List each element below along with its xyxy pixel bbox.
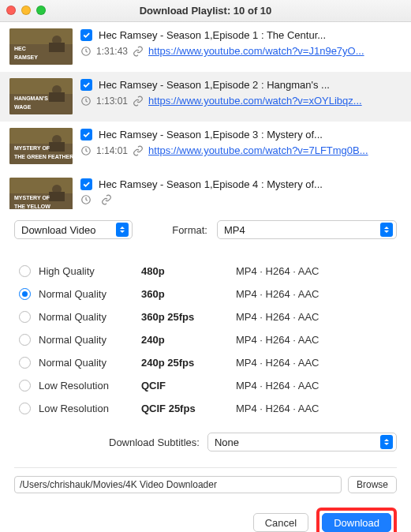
controls-panel: Download Video Format: MP4 High Quality …	[0, 209, 411, 532]
browse-button[interactable]: Browse	[348, 476, 397, 493]
quality-codec: MP4 · H264 · AAC	[236, 334, 319, 346]
quality-resolution: 480p	[141, 265, 236, 277]
svg-rect-17	[49, 142, 65, 152]
quality-resolution: 360p 25fps	[141, 311, 236, 323]
quality-name: Low Resolution	[39, 403, 141, 414]
subtitles-row: Download Subtitles: None	[14, 433, 397, 451]
quality-radio[interactable]	[19, 334, 31, 346]
quality-row[interactable]: Normal Quality 360p 25fps MP4 · H264 · A…	[14, 305, 397, 328]
video-thumbnail: HECRAMSEY	[9, 28, 73, 65]
svg-text:THE GREEN FEATHER: THE GREEN FEATHER	[14, 154, 73, 159]
video-title: Hec Ramsey - Season 1,Episode 4 : Myster…	[99, 178, 323, 190]
cancel-button[interactable]: Cancel	[253, 513, 308, 532]
video-thumbnail: HANGMAN'SWAGE	[9, 78, 73, 114]
svg-text:MYSTERY OF: MYSTERY OF	[14, 145, 50, 151]
video-url[interactable]: https://www.youtube.com/watch?v=J1n9e7yO…	[148, 45, 364, 57]
quality-codec: MP4 · H264 · AAC	[236, 380, 319, 392]
video-url[interactable]: https://www.youtube.com/watch?v=7LFTmg0B…	[148, 144, 368, 156]
video-meta: Hec Ramsey - Season 1,Episode 1 : The Ce…	[80, 28, 402, 66]
link-icon	[133, 46, 144, 57]
footer: Cancel Download	[14, 508, 397, 532]
titlebar: Download Playlist: 10 of 10	[0, 0, 411, 22]
quality-row[interactable]: Low Resolution QCIF MP4 · H264 · AAC	[14, 374, 397, 397]
video-thumbnail: MYSTERY OFTHE YELLOW	[9, 178, 73, 209]
quality-codec: MP4 · H264 · AAC	[236, 311, 319, 323]
path-input[interactable]	[14, 476, 342, 493]
quality-name: Normal Quality	[39, 288, 141, 300]
quality-codec: MP4 · H264 · AAC	[236, 265, 319, 277]
svg-text:THE YELLOW: THE YELLOW	[14, 204, 50, 209]
updown-icon	[116, 223, 129, 237]
quality-radio[interactable]	[19, 403, 31, 414]
video-duration: 1:31:43	[96, 46, 128, 57]
quality-resolution: QCIF 25fps	[141, 403, 236, 414]
quality-radio[interactable]	[19, 380, 31, 392]
video-title: Hec Ramsey - Season 1,Episode 3 : Myster…	[99, 129, 323, 140]
close-window-button[interactable]	[6, 6, 16, 15]
video-checkbox[interactable]	[80, 29, 92, 41]
quality-name: Normal Quality	[39, 334, 141, 346]
link-icon	[133, 145, 144, 156]
quality-codec: MP4 · H264 · AAC	[236, 288, 319, 300]
playlist-list: HECRAMSEY Hec Ramsey - Season 1,Episode …	[0, 22, 411, 209]
format-row: Download Video Format: MP4	[14, 220, 397, 239]
traffic-lights	[6, 6, 46, 15]
quality-row[interactable]: Normal Quality 360p MP4 · H264 · AAC	[14, 283, 397, 305]
quality-radio[interactable]	[19, 288, 31, 300]
path-row: Browse	[14, 476, 397, 493]
svg-text:HEC: HEC	[14, 46, 26, 51]
video-checkbox[interactable]	[80, 79, 92, 91]
quality-row[interactable]: Low Resolution QCIF 25fps MP4 · H264 · A…	[14, 397, 397, 420]
video-meta: Hec Ramsey - Season 1,Episode 4 : Myster…	[80, 178, 402, 209]
video-duration: 1:14:01	[96, 145, 128, 156]
video-checkbox[interactable]	[80, 129, 92, 140]
svg-text:MYSTERY OF: MYSTERY OF	[14, 195, 50, 200]
format-value: MP4	[224, 224, 245, 236]
window-title: Download Playlist: 10 of 10	[140, 5, 272, 17]
format-select[interactable]: MP4	[217, 220, 397, 239]
minimize-window-button[interactable]	[21, 6, 31, 15]
video-duration: 1:13:01	[96, 96, 128, 107]
link-icon	[133, 96, 144, 107]
quality-row[interactable]: Normal Quality 240p MP4 · H264 · AAC	[14, 328, 397, 351]
download-highlight: Download	[316, 508, 397, 532]
quality-name: Normal Quality	[39, 311, 141, 323]
clock-icon	[80, 96, 92, 107]
video-title: Hec Ramsey - Season 1,Episode 1 : The Ce…	[99, 29, 326, 41]
subtitles-select[interactable]: None	[207, 433, 397, 451]
quality-codec: MP4 · H264 · AAC	[236, 403, 319, 414]
download-button[interactable]: Download	[322, 513, 391, 532]
playlist-item[interactable]: MYSTERY OFTHE YELLOW Hec Ramsey - Season…	[0, 171, 411, 209]
playlist-item[interactable]: HECRAMSEY Hec Ramsey - Season 1,Episode …	[0, 22, 411, 72]
video-checkbox[interactable]	[80, 178, 92, 190]
quality-resolution: 240p 25fps	[141, 357, 236, 369]
quality-radio[interactable]	[19, 357, 31, 369]
video-meta: Hec Ramsey - Season 1,Episode 2 : Hangma…	[80, 78, 402, 115]
clock-icon	[80, 194, 92, 205]
quality-codec: MP4 · H264 · AAC	[236, 357, 319, 369]
quality-name: Low Resolution	[39, 380, 141, 392]
download-mode-select[interactable]: Download Video	[14, 220, 133, 239]
svg-rect-3	[49, 43, 65, 52]
video-meta: Hec Ramsey - Season 1,Episode 3 : Myster…	[80, 128, 402, 165]
divider	[14, 467, 397, 468]
quality-resolution: 240p	[141, 334, 236, 346]
svg-rect-10	[49, 92, 65, 102]
quality-row[interactable]: Normal Quality 240p 25fps MP4 · H264 · A…	[14, 351, 397, 374]
updown-icon	[380, 223, 393, 237]
download-mode-value: Download Video	[21, 224, 95, 236]
quality-name: Normal Quality	[39, 357, 141, 369]
playlist-item[interactable]: MYSTERY OFTHE GREEN FEATHER Hec Ramsey -…	[0, 122, 411, 171]
quality-radio[interactable]	[19, 265, 31, 277]
video-title: Hec Ramsey - Season 1,Episode 2 : Hangma…	[99, 79, 330, 91]
format-label: Format:	[172, 224, 207, 236]
video-url[interactable]: https://www.youtube.com/watch?v=xOYLibqz…	[148, 95, 362, 107]
zoom-window-button[interactable]	[36, 6, 46, 15]
quality-name: High Quality	[39, 265, 141, 277]
video-thumbnail: MYSTERY OFTHE GREEN FEATHER	[9, 128, 73, 164]
quality-resolution: 360p	[141, 288, 236, 300]
quality-row[interactable]: High Quality 480p MP4 · H264 · AAC	[14, 260, 397, 283]
quality-resolution: QCIF	[141, 380, 236, 392]
quality-radio[interactable]	[19, 311, 31, 323]
playlist-item[interactable]: HANGMAN'SWAGE Hec Ramsey - Season 1,Epis…	[0, 72, 411, 122]
